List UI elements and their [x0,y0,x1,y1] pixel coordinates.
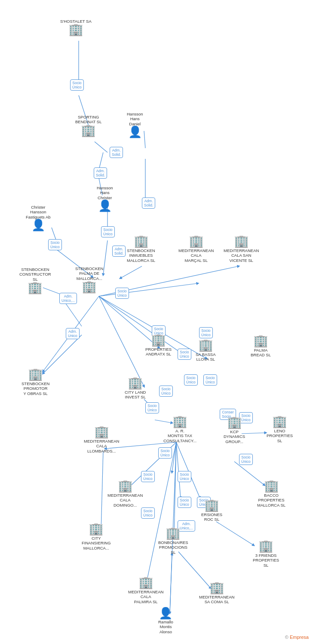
building-icon-mediterranean-san-vicente: 🏢 [234,235,249,247]
building-icon-stenbocken-promotor: 🏢 [28,368,43,380]
svg-line-13 [99,296,144,386]
badge-adm-solid-4: Adm.Solid. [112,246,126,257]
svg-line-14 [99,296,189,358]
svg-line-21 [120,266,142,278]
badge-socio-unico-sa-bassa-3: SocioÚnico [184,374,198,386]
svg-line-3 [99,152,103,170]
node-stenbocken-palma: STENBOCKENPALMA DEMALLORCA... 🏢 [75,265,103,293]
building-icon-3-friends: 🏢 [258,540,273,552]
badge-socio-unico-llombards: SocioÚnico [141,471,155,482]
building-icon-sporting: 🏢 [81,125,96,137]
svg-line-29 [174,442,176,535]
svg-line-5 [144,131,145,148]
badge-adm-unico-stenbocken: Adm.Unico [66,328,80,339]
building-icon-bonbonaires: 🏢 [166,527,181,539]
building-icon-mediterranean-domingo: 🏢 [118,480,133,492]
building-icon-leno-properties: 🏢 [272,416,287,428]
node-3-friends: 🏢 3 FRIENDSPROPERTIESSL [253,540,279,568]
person-icon-ramallo: 👤 [159,608,172,619]
node-stenbocken-constructor: STENBOCKENCONSTRUCTORSL 🏢 [19,266,51,294]
node-mediterranean-palmira: 🏢 MEDITERRANEANCALAPALMIRA SL [128,577,163,604]
badge-socio-unico-sa-bassa-2: SocioÚnico [199,327,213,338]
node-stenbocken-inmuebles: 🏢 STENBOCKENINMUEBLESMALLORCA SL [127,235,155,263]
svg-line-19 [64,301,82,326]
building-icon-city-finansiering: 🏢 [89,523,104,535]
badge-socio-unico-stenbocken-palma: SocioÚnico [115,288,129,299]
building-icon-mediterranean-marcal: 🏢 [189,235,204,247]
badge-socio-unico-ar-montis-3: SocioÚnico [178,497,191,508]
node-stenbocken-promotor: 🏢 STENBOCKENPROMOTORY OBRAS SL [21,368,49,396]
badge-adm-solid-1: Adm.Solid. [110,147,123,158]
badge-socio-unico-kcp-2: SocioÚnico [239,454,253,465]
building-icon-mediterranean-sa-coma: 🏢 [209,582,224,594]
node-sa-bassa-llova: 🏢 SA BASSALLOVA SL [196,339,215,362]
svg-line-16 [99,283,198,296]
building-icon-mediterranean-palmira: 🏢 [138,577,153,589]
node-sporting: SPORTINGBENDINAT SL 🏢 [75,114,101,137]
badge-adm-unico-constructor: Adm.Unico,... [59,293,77,304]
node-mediterranean-marcal: 🏢 MEDITERRANEANCALAMARÇAL SL [178,235,214,263]
node-city-land-invest: 🏢 CITY LANDINVEST SL [125,377,146,400]
badge-socio-unico-hansson: SocioÚnico [101,226,115,237]
node-properties-andratx: 🏢 PROPERTIESANDRATX SL [145,334,172,357]
building-icon-stenbocken-inmuebles: 🏢 [134,235,149,247]
person-icon-christer: 👤 [31,219,45,231]
badge-socio-unico-ar-montis: SocioÚnico [158,447,172,459]
badge-adm-solid-2: Adm.Solid. [94,167,107,179]
badge-socio-unico-domingo: SocioÚnico [141,507,155,519]
svg-line-27 [176,442,181,498]
svg-line-37 [101,451,103,530]
node-mediterranean-sa-coma: 🏢 MEDITERRANEANSA COMA SL [199,582,234,605]
person-icon-hansson-daniel: 👤 [128,126,142,137]
building-icon-city-land-invest: 🏢 [128,377,143,389]
node-kcp-dynamics: 🏢 KCPDYNAMICSGROUP... [224,416,245,444]
node-christer-hansson: ChristerHanssonFastiguets Ab 👤 [26,204,51,231]
badge-socio-unico-ar-montis-2: SocioÚnico [178,471,191,482]
building-icon-palma-bread: 🏢 [253,335,268,347]
badge-socio-unico-sa-bassa-1: SocioÚnico [178,349,191,360]
node-mediterranean-llombards: 🏢 MEDITERRANEANCALALLOMBARDS... [84,426,119,453]
svg-line-9 [52,228,56,240]
node-palma-bread: 🏢 PALMABREAD SL [251,335,271,358]
node-bonbonaires: 🏢 BONBONAIRESPROMOCIONSSL [158,527,188,555]
node-mediterranean-san-vicente: 🏢 MEDITERRANEANCALA SANVICENTE SL [224,235,259,263]
node-ramallo-montis: 👤 RamalloMontisAlonso [158,608,173,634]
badge-socio-unico-city-land: SocioÚnico [145,402,159,413]
building-icon-properties-andratx: 🏢 [151,334,166,346]
node-bacco-properties: 🏢 BACCOPROPERTIESMALLORCA SL [257,480,285,507]
building-icon-ar-montis: 🏢 [172,416,187,428]
node-ar-montis: 🏢 A. R.MONTIS TAXCONSULTANCY... [163,416,196,443]
badge-socio-unico-christer: SocioÚnico [48,239,62,250]
svg-line-34 [216,522,254,545]
svg-line-2 [95,142,107,152]
building-icon-stenbocken-palma: 🏢 [82,281,97,293]
svg-line-20 [43,335,82,374]
building-icon-sa-bassa-llova: 🏢 [198,339,213,351]
node-hansson-hans-christer: HanssonHansChrister 👤 [97,185,113,211]
person-icon-hansson-christer: 👤 [98,200,112,211]
svg-line-8 [103,240,107,275]
svg-line-32 [242,433,266,434]
node-city-finansiering: 🏢 CITYFINANSIERINGMALLORCA... [82,523,111,550]
node-ersiones-roc: 🏢 ERSIONESROC SL [201,499,222,522]
building-icon-kcp-dynamics: 🏢 [227,416,242,428]
svg-line-26 [172,442,176,472]
building-icon-shostalet: 🏢 [68,24,83,36]
watermark: © Empresa [285,635,309,640]
building-icon-bacco-properties: 🏢 [264,480,279,492]
node-mediterranean-domingo: 🏢 MEDITERRANEANCALADOMINGO... [107,480,143,507]
svg-line-36 [170,554,172,613]
node-shostalet: S'HOSTALET SA 🏢 [60,18,92,36]
badge-socio-unico-1: SocioÚnico [70,79,84,91]
badge-adm-solid-3: Adm.Solid. [142,197,155,209]
badge-socio-unico-sa-bassa-4: SocioÚnico [203,374,217,386]
svg-line-28 [176,442,200,498]
building-icon-ersiones-roc: 🏢 [204,499,219,511]
node-leno-properties: 🏢 LENOPROPERTIESSL [267,416,293,443]
node-hansson-hans-daniel: HanssonHansDaniel 👤 [127,111,143,137]
building-icon-mediterranean-llombards: 🏢 [94,426,109,438]
watermark-brand: Empresa [290,635,309,640]
building-icon-stenbocken-constructor: 🏢 [28,282,43,294]
badge-socio-unico-city-land-2: SocioÚnico [159,386,173,397]
